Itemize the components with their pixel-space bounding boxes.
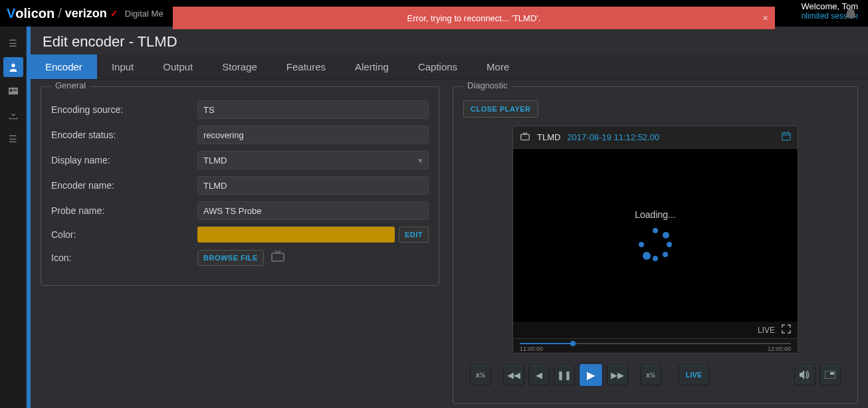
color-label: Color: [51,229,197,240]
speed-up-button[interactable]: x½ [640,364,661,385]
browse-file-button[interactable]: BROWSE FILE [197,250,264,266]
encoder-status-field: recovering [197,126,429,144]
display-name-value: TLMD [203,155,227,165]
tab-captions[interactable]: Captions [403,54,472,79]
skip-forward-button[interactable]: ▶▶ [607,364,628,385]
encoding-source-label: Encoding source: [51,104,197,115]
general-panel: General Encoding source:TS Encoder statu… [41,86,439,286]
icon-label: Icon: [51,253,197,263]
video-area[interactable]: Loading... [513,149,798,322]
diagnostic-panel: Diagnostic CLOSE PLAYER TLMD 2017-08-19 … [453,86,858,404]
encoder-name-value: TLMD [203,181,227,191]
thumbnail-button[interactable] [819,364,841,385]
bell-icon[interactable] [845,8,856,21]
step-back-button[interactable]: ◀ [528,364,550,385]
logo-verizon: verizon [65,7,107,21]
svg-rect-2 [13,89,17,90]
left-nav: ☰ ☰ [0,27,27,408]
svg-rect-4 [272,253,284,261]
pause-button[interactable]: ❚❚ [554,364,575,385]
nav-card-icon[interactable] [3,81,23,101]
skip-back-button[interactable]: ◀◀ [503,364,524,385]
error-message: Error, trying to reconnect... 'TLMD'. [407,13,541,23]
close-player-button[interactable]: CLOSE PLAYER [463,100,538,118]
volume-button[interactable] [794,364,815,385]
probe-name-field: AWS TS Probe [197,201,429,220]
player-controls: x½ ◀◀ ◀ ❚❚ ▶ ▶▶ x½ LIVE [463,354,847,393]
tv-icon [271,249,285,266]
calendar-icon[interactable] [782,132,791,143]
encoder-status-value: recovering [203,130,244,140]
player-tv-icon [520,132,530,143]
nav-user-icon[interactable] [3,57,23,77]
page-title: Edit encoder - TLMD [31,27,868,54]
tab-more[interactable]: More [472,54,524,79]
timeline[interactable]: 11:00:00 12:00:00 [513,338,798,353]
tab-input[interactable]: Input [97,54,148,79]
speed-down-button[interactable]: x½ [470,364,491,385]
probe-name-value: AWS TS Probe [203,206,261,216]
svg-rect-3 [13,90,17,91]
encoder-name-field: TLMD [197,176,429,195]
tab-storage[interactable]: Storage [207,54,272,79]
tab-alerting[interactable]: Alerting [340,54,403,79]
spinner-icon [639,228,672,261]
tab-encoder[interactable]: Encoder [31,54,97,79]
logo-text: olicon [15,6,54,21]
display-name-input[interactable]: TLMD× [197,151,429,169]
svg-rect-6 [782,133,790,140]
player-timestamp[interactable]: 2017-08-19 11:12:52.00 [567,132,659,142]
encoder-name-label: Encoder name: [51,180,197,191]
play-button[interactable]: ▶ [579,363,603,387]
svg-rect-5 [521,134,530,140]
loading-text: Loading... [635,209,676,220]
player-channel-name: TLMD [537,132,560,142]
edit-color-button[interactable]: EDIT [399,227,429,243]
fullscreen-icon[interactable] [782,324,791,336]
diagnostic-legend: Diagnostic [463,80,512,90]
close-icon[interactable]: × [762,12,768,23]
svg-rect-1 [9,89,12,92]
nav-menu-icon[interactable]: ☰ [3,33,23,53]
brand-logo: Volicon / verizon✓ Digital Me [7,6,163,21]
clear-icon[interactable]: × [417,155,423,165]
svg-rect-11 [830,372,834,375]
nav-download-icon[interactable] [3,105,23,125]
live-indicator: LIVE [758,326,775,335]
live-button[interactable]: LIVE [679,364,709,385]
timeline-start: 11:00:00 [520,346,543,352]
nav-list-icon[interactable]: ☰ [3,129,23,149]
tab-output[interactable]: Output [148,54,207,79]
encoding-source-value: TS [203,105,215,115]
encoding-source-field[interactable]: TS [197,100,429,119]
display-name-label: Display name: [51,155,197,165]
logo-accent: V [7,6,15,21]
color-swatch [197,227,395,243]
encoder-status-label: Encoder status: [51,130,197,140]
timeline-end: 12:00:00 [768,346,791,352]
probe-name-label: Probe name: [51,205,197,216]
logo-suffix: Digital Me [125,9,163,19]
general-legend: General [51,80,90,90]
tabs: Encoder Input Output Storage Features Al… [31,54,868,80]
error-banner: Error, trying to reconnect... 'TLMD'. × [173,7,775,29]
video-player: TLMD 2017-08-19 11:12:52.00 Loading... L… [512,126,798,354]
timeline-knob[interactable] [570,341,576,346]
tab-features[interactable]: Features [272,54,340,79]
